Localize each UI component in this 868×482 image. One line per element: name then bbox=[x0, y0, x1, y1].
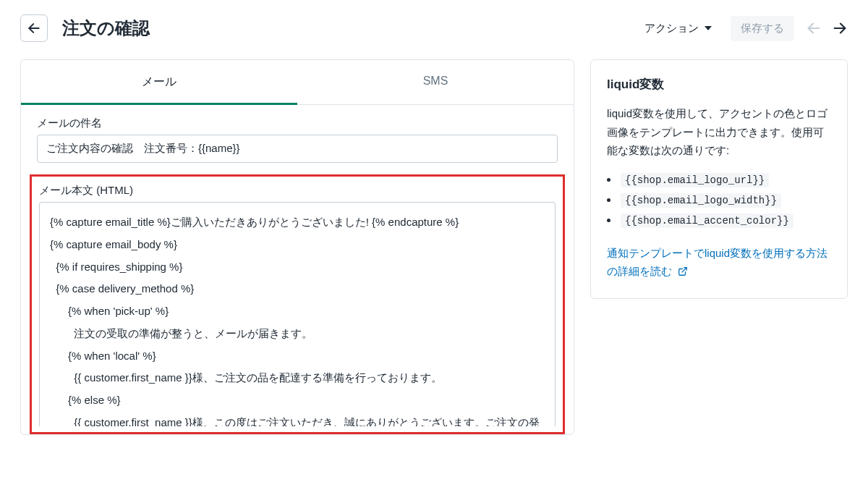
body-textarea[interactable]: {% capture email_title %}ご購入いただきありがとうござい… bbox=[39, 202, 556, 426]
main-panel: メール SMS メールの件名 メール本文 (HTML) {% capture e… bbox=[20, 59, 574, 435]
save-button[interactable]: 保存する bbox=[731, 16, 794, 41]
subject-input[interactable] bbox=[37, 135, 558, 163]
list-item: {{shop.email_accent_color}} bbox=[607, 211, 831, 231]
bullet-icon bbox=[607, 219, 610, 222]
next-arrow-button[interactable] bbox=[832, 20, 848, 36]
subject-section: メールの件名 bbox=[21, 105, 574, 174]
sidebar-panel: liquid変数 liquid変数を使用して、アクセントの色とロゴ画像をテンプレ… bbox=[590, 59, 848, 299]
header-right: アクション 保存する bbox=[637, 16, 848, 41]
action-dropdown[interactable]: アクション bbox=[637, 17, 719, 40]
action-dropdown-label: アクション bbox=[644, 22, 699, 35]
arrow-right-icon bbox=[832, 20, 848, 36]
body-section-highlighted: メール本文 (HTML) {% capture email_title %}ご購… bbox=[30, 174, 565, 434]
list-item: {{shop.email_logo_url}} bbox=[607, 170, 831, 190]
sidebar-help-link[interactable]: 通知テンプレートでliquid変数を使用する方法の詳細を読む bbox=[607, 247, 827, 278]
svg-marker-1 bbox=[705, 26, 712, 30]
header-left: 注文の確認 bbox=[20, 14, 150, 42]
tab-label: メール bbox=[142, 75, 176, 88]
arrow-left-icon bbox=[27, 21, 41, 35]
tab-sms[interactable]: SMS bbox=[297, 60, 574, 104]
list-item: {{shop.email_logo_width}} bbox=[607, 190, 831, 211]
page-title: 注文の確認 bbox=[62, 17, 150, 40]
link-text: 通知テンプレートでliquid変数を使用する方法の詳細を読む bbox=[607, 247, 827, 278]
bullet-icon bbox=[607, 198, 610, 202]
tabs: メール SMS bbox=[21, 60, 574, 105]
external-link-icon bbox=[678, 263, 688, 282]
prev-arrow-button[interactable] bbox=[806, 20, 822, 36]
sidebar-title: liquid変数 bbox=[607, 76, 831, 93]
variable-code: {{shop.email_logo_url}} bbox=[621, 173, 769, 187]
body-label: メール本文 (HTML) bbox=[39, 184, 556, 198]
pagination-arrows bbox=[806, 20, 848, 36]
back-button[interactable] bbox=[20, 14, 48, 42]
tab-email[interactable]: メール bbox=[21, 60, 297, 104]
variable-list: {{shop.email_logo_url}} {{shop.email_log… bbox=[607, 170, 831, 231]
page-header: 注文の確認 アクション 保存する bbox=[20, 14, 848, 42]
tab-label: SMS bbox=[423, 75, 448, 87]
sidebar-description: liquid変数を使用して、アクセントの色とロゴ画像をテンプレートに出力できます… bbox=[607, 104, 831, 160]
variable-code: {{shop.email_logo_width}} bbox=[621, 193, 781, 208]
subject-label: メールの件名 bbox=[37, 117, 558, 130]
svg-line-4 bbox=[682, 268, 686, 272]
variable-code: {{shop.email_accent_color}} bbox=[621, 213, 793, 228]
bullet-icon bbox=[607, 178, 610, 182]
arrow-left-icon bbox=[806, 20, 822, 36]
caret-down-icon bbox=[705, 26, 712, 30]
content-row: メール SMS メールの件名 メール本文 (HTML) {% capture e… bbox=[20, 59, 848, 435]
